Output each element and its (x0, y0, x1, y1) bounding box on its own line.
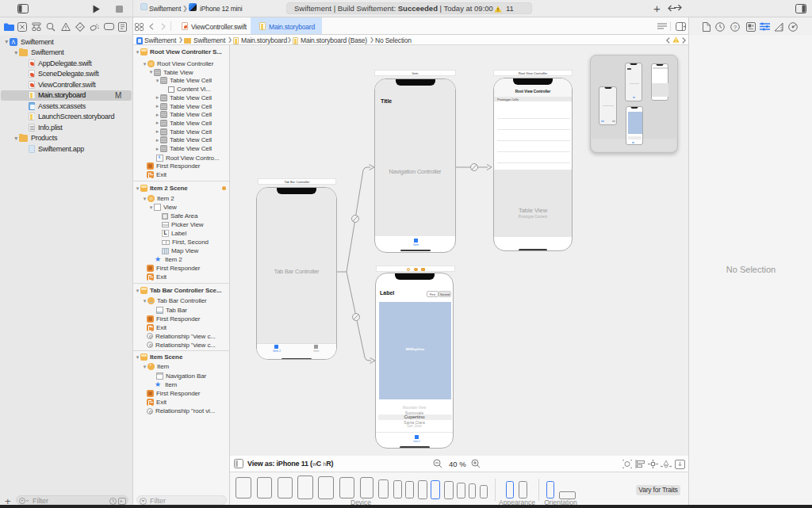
svg-text:?: ? (733, 24, 737, 31)
